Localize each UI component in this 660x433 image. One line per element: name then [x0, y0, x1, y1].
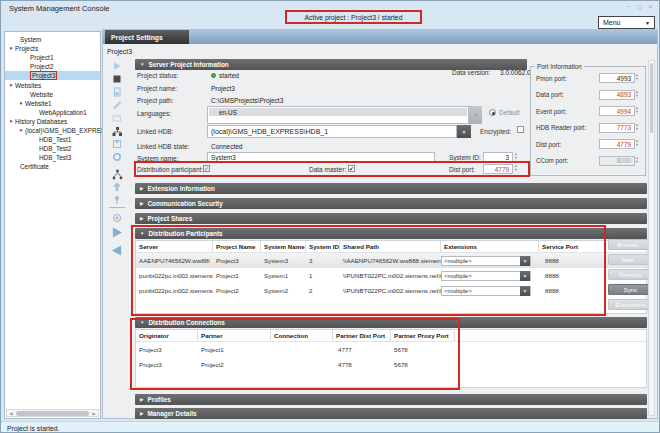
spinner[interactable]: ▲▼	[635, 157, 641, 165]
tree-expander-icon[interactable]: ▼	[17, 128, 25, 133]
tree-item-history-databases[interactable]: ▼History Databases	[5, 117, 100, 126]
tab-project-settings[interactable]: Project Settings	[105, 30, 189, 44]
system-id-input[interactable]: 3	[483, 152, 513, 162]
languages-dropdown-button[interactable]: ▼	[469, 106, 482, 124]
dist-port-input[interactable]: 4779	[483, 164, 513, 174]
add-icon[interactable]	[111, 212, 123, 224]
linked-hdb-combo[interactable]: (local)\GMS_HDB_EXPRESS\HDB_1	[207, 125, 457, 138]
tree-item-hdb-test1[interactable]: HDB_Test1	[5, 135, 100, 144]
upload-icon[interactable]	[111, 181, 123, 193]
spinner[interactable]: ▲▼	[635, 91, 641, 99]
connection-row[interactable]: Project3 Project1 4777 5678	[136, 342, 646, 357]
scroll-left-icon[interactable]: ◀	[7, 411, 15, 416]
back-large-icon[interactable]	[111, 244, 123, 256]
section-manager-details[interactable]: ▶Manager Details	[135, 408, 647, 419]
pmon-port-input[interactable]: 4993	[599, 73, 635, 83]
section-distribution-participants[interactable]: ▼Distribution Participants	[135, 228, 647, 239]
scroll-right-icon[interactable]: ▶	[90, 411, 98, 416]
main-vertical-scrollbar[interactable]	[648, 60, 655, 416]
section-distribution-connections[interactable]: ▼Distribution Connections	[135, 317, 647, 328]
tree-item-system[interactable]: System	[5, 35, 100, 44]
extensions-combo[interactable]: <multiple>▼	[441, 286, 531, 296]
dist-port-label: Dist port:	[449, 166, 475, 173]
section-communication-security[interactable]: ▶Communication Security	[135, 198, 647, 209]
section-project-shares[interactable]: ▶Project Shares	[135, 213, 647, 224]
linked-hdb-state-value: Connected	[211, 143, 242, 150]
extensions-combo[interactable]: <multiple>▼	[441, 271, 531, 281]
scrollbar-thumb[interactable]	[650, 63, 653, 133]
play-large-icon[interactable]	[111, 226, 123, 238]
system-id-spinner[interactable]: ▲▼	[514, 152, 520, 162]
data-port-input[interactable]: 4893	[599, 90, 635, 100]
participant-row[interactable]: punbt022pc.in002.siemens.net Project2 Sy…	[136, 283, 646, 298]
language-selected-row[interactable]: en-US	[209, 108, 467, 116]
system-name-input[interactable]: System3	[207, 152, 435, 163]
tree-expander-icon[interactable]: ▼	[7, 83, 15, 88]
project-name-label: Project name:	[137, 85, 177, 92]
dist-port-spinner[interactable]: ▲▼	[514, 164, 520, 174]
tree-expander-icon[interactable]: ▼	[17, 101, 25, 106]
tree-item-project2[interactable]: Project2	[5, 62, 100, 71]
tree-expander-icon[interactable]: ▼	[7, 46, 15, 51]
menu-dropdown[interactable]: Menu ▼	[598, 16, 655, 29]
spinner[interactable]: ▲▼	[635, 74, 641, 82]
tree-item-webapplication1[interactable]: WebApplication1	[5, 108, 100, 117]
tree-item-website1[interactable]: ▼Website1	[5, 99, 100, 108]
tree-item-projects[interactable]: ▼Projects	[5, 44, 100, 53]
tree-expander-icon[interactable]: ▼	[7, 119, 15, 124]
dist-port-input-panel[interactable]: 4779	[599, 139, 635, 149]
extensions-combo[interactable]: <multiple>▼	[441, 256, 531, 266]
save-icon[interactable]	[111, 138, 123, 150]
tree-item-local-gms-hdb[interactable]: ▼(local)\GMS_HDB_EXPRES	[5, 126, 100, 135]
connection-row[interactable]: Project3 Project2 4778 5678	[136, 357, 646, 372]
tree-item-certificate[interactable]: Certificate	[5, 162, 100, 171]
maximize-icon[interactable]: ◻	[637, 3, 642, 10]
port-information-title: Port Information	[535, 63, 584, 70]
default-language-radio[interactable]	[489, 109, 496, 116]
remove-button[interactable]: Remove	[608, 269, 653, 280]
event-port-input[interactable]: 4994	[599, 106, 635, 116]
section-profiles[interactable]: ▶Profiles	[135, 394, 647, 405]
participant-row[interactable]: AAENPU746562W.ww88l Project3 System3 3 \…	[136, 253, 646, 268]
link-hdb-icon[interactable]	[111, 125, 123, 137]
tree-item-websites[interactable]: ▼Websites	[5, 81, 100, 90]
tree-item-project1[interactable]: Project1	[5, 53, 100, 62]
expand-icon: ▶	[140, 216, 143, 221]
spinner[interactable]: ▲▼	[635, 107, 641, 115]
scrollbar-thumb[interactable]	[16, 411, 89, 416]
start-project-icon[interactable]	[111, 60, 123, 72]
ccom-port-input[interactable]: 8000	[599, 156, 635, 166]
sync-button[interactable]: Sync	[608, 284, 653, 295]
copy-project-icon[interactable]	[111, 112, 123, 124]
spinner[interactable]: ▲▼	[635, 140, 641, 148]
tree-item-hdb-test3[interactable]: HDB_Test3	[5, 153, 100, 162]
tree-item-project3-selected[interactable]: Project3	[5, 71, 100, 80]
participant-row[interactable]: punbt022pc.in002.siemens.net Project1 Sy…	[136, 268, 646, 283]
edit-project-icon[interactable]	[111, 99, 123, 111]
hdb-reader-port-input[interactable]: 7773	[599, 123, 635, 133]
languages-listbox[interactable]: en-US	[207, 106, 469, 124]
distribution-participant-checkbox[interactable]	[203, 165, 210, 172]
linked-hdb-dropdown-button[interactable]: ▼	[457, 125, 471, 138]
stop-project-icon[interactable]	[111, 73, 123, 85]
status-started-icon	[211, 73, 216, 78]
chevron-down-icon: ▼	[520, 286, 530, 296]
new-button[interactable]: New...	[608, 254, 653, 265]
expand-icon: ▶	[140, 411, 143, 416]
data-master-checkbox[interactable]	[348, 165, 355, 172]
tree-item-website[interactable]: Website	[5, 90, 100, 99]
pin-icon[interactable]	[111, 194, 123, 206]
extensions-button[interactable]: Extensions	[608, 299, 653, 310]
record-circle-icon[interactable]	[111, 151, 123, 163]
restore-project-icon[interactable]	[111, 86, 123, 98]
spinner[interactable]: ▲▼	[635, 124, 641, 132]
network-share-icon[interactable]	[111, 168, 123, 180]
close-icon[interactable]: ✕	[648, 3, 653, 10]
tree-item-hdb-test2[interactable]: HDB_Test2	[5, 144, 100, 153]
browse-button[interactable]: Browse...	[608, 239, 653, 250]
section-extension-information[interactable]: ▶Extension Information	[135, 183, 647, 194]
minimize-icon[interactable]: ─	[627, 3, 631, 10]
chevron-down-icon: ▼	[520, 271, 530, 281]
encrypted-checkbox[interactable]	[517, 126, 524, 133]
tree-horizontal-scrollbar[interactable]: ◀ ▶	[6, 409, 99, 417]
